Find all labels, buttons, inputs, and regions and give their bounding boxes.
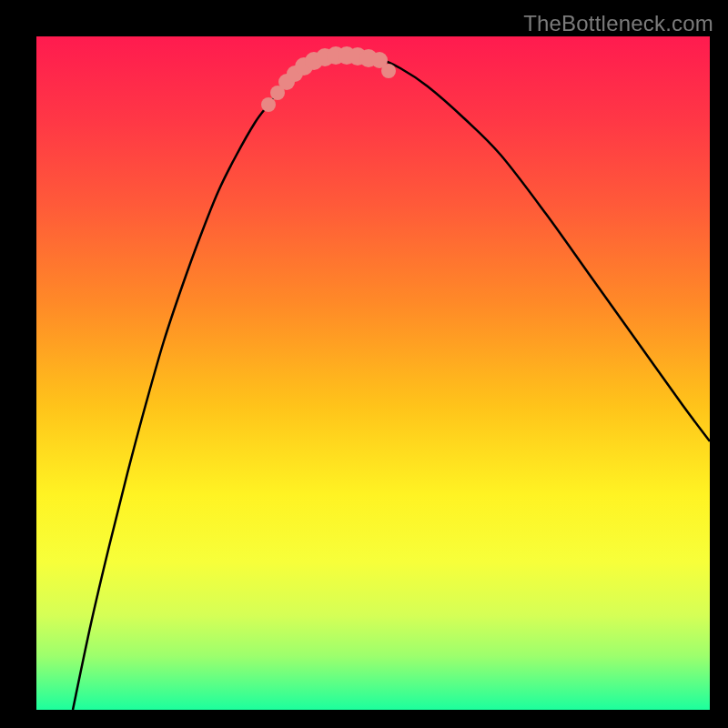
gradient-background [36, 36, 710, 710]
plot-area [36, 36, 710, 710]
watermark-label: TheBottleneck.com [523, 11, 713, 36]
chart-frame: TheBottleneck.com [0, 0, 728, 728]
